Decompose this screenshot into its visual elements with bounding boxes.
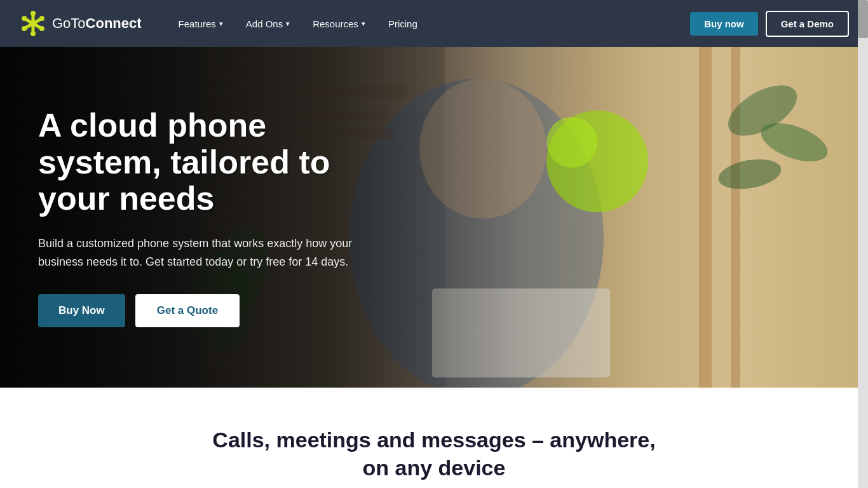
logo-icon <box>19 10 47 37</box>
nav-item-pricing[interactable]: Pricing <box>377 0 429 47</box>
buy-now-button[interactable]: Buy now <box>690 12 758 36</box>
hero-section: A cloud phone system, tailored to your n… <box>0 47 868 388</box>
svg-point-5 <box>22 16 27 21</box>
chevron-down-icon: ▾ <box>219 20 223 28</box>
scrollbar[interactable] <box>858 0 868 488</box>
scrollbar-thumb[interactable] <box>858 0 868 38</box>
hero-subtitle: Build a customized phone system that wor… <box>38 234 356 271</box>
below-hero-section: Calls, meetings and messages – anywhere,… <box>0 388 868 488</box>
nav-buttons: Buy now Get a Demo <box>690 11 849 37</box>
navbar: GoToConnect Features ▾ Add Ons ▾ Resourc… <box>0 0 868 47</box>
svg-point-8 <box>39 26 44 31</box>
logo-text: GoToConnect <box>52 15 142 32</box>
nav-item-resources[interactable]: Resources ▾ <box>301 0 377 47</box>
hero-buy-now-button[interactable]: Buy Now <box>38 294 125 327</box>
hero-content: A cloud phone system, tailored to your n… <box>0 107 394 327</box>
hero-title: A cloud phone system, tailored to your n… <box>38 107 356 217</box>
nav-item-features[interactable]: Features ▾ <box>167 0 234 47</box>
below-hero-title: Calls, meetings and messages – anywhere,… <box>212 426 656 482</box>
nav-links: Features ▾ Add Ons ▾ Resources ▾ Pricing <box>167 0 691 47</box>
nav-item-addons[interactable]: Add Ons ▾ <box>234 0 301 47</box>
svg-point-3 <box>31 11 36 16</box>
hero-buttons: Buy Now Get a Quote <box>38 294 356 327</box>
chevron-down-icon: ▾ <box>362 20 365 28</box>
logo[interactable]: GoToConnect <box>19 10 142 37</box>
get-demo-button[interactable]: Get a Demo <box>766 11 849 37</box>
chevron-down-icon: ▾ <box>286 20 290 28</box>
hero-get-quote-button[interactable]: Get a Quote <box>135 294 240 327</box>
svg-point-4 <box>31 31 36 36</box>
svg-point-6 <box>39 16 44 21</box>
svg-point-7 <box>22 26 27 31</box>
